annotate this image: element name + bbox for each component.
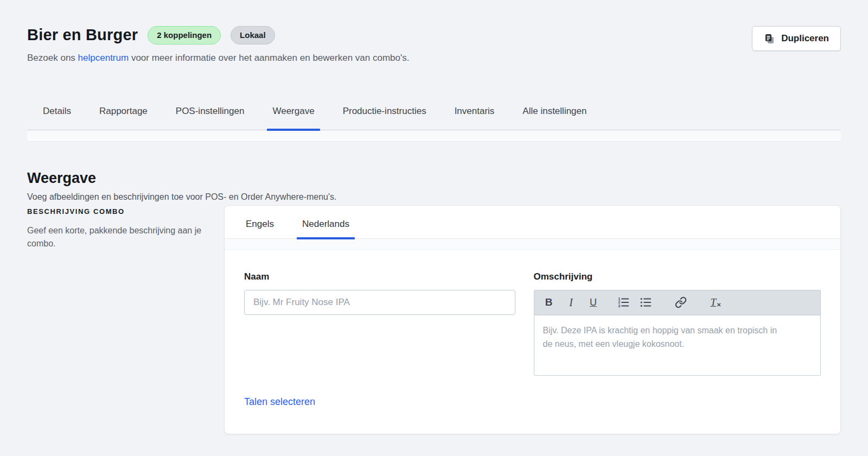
- header-left: Bier en Burger 2 koppelingen Lokaal Bezo…: [27, 26, 409, 64]
- title-row: Bier en Burger 2 koppelingen Lokaal: [27, 26, 409, 45]
- name-label: Naam: [244, 271, 515, 282]
- description-field-group: Omschrijving B I U: [534, 271, 821, 376]
- description-label: Omschrijving: [534, 271, 821, 282]
- unordered-list-icon: [640, 296, 652, 308]
- language-tab-bar: Engels Nederlands: [225, 206, 840, 239]
- unordered-list-button[interactable]: [637, 294, 654, 311]
- tab-sub-strip: [27, 130, 841, 142]
- local-badge: Lokaal: [231, 26, 275, 45]
- clear-formatting-icon: T: [711, 296, 717, 308]
- clear-formatting-x: ✕: [717, 302, 721, 308]
- link-icon: [675, 296, 687, 308]
- tab-weergave[interactable]: Weergave: [271, 106, 315, 130]
- page-title: Bier en Burger: [27, 26, 138, 44]
- section-heading: Weergave: [27, 170, 841, 187]
- tab-details[interactable]: Details: [42, 106, 72, 130]
- rich-text-editor: B I U: [534, 290, 821, 376]
- clear-formatting-button[interactable]: T ✕: [708, 294, 724, 311]
- select-languages-link[interactable]: Talen selecteren: [244, 396, 315, 408]
- help-prefix: Bezoek ons: [27, 53, 75, 63]
- fields-row: Naam Omschrijving B I U: [244, 271, 821, 376]
- page-header: Bier en Burger 2 koppelingen Lokaal Bezo…: [27, 0, 841, 64]
- underline-button[interactable]: U: [585, 294, 602, 311]
- duplicate-button-label: Dupliceren: [781, 33, 829, 44]
- card-body: Naam Omschrijving B I U: [225, 250, 840, 434]
- main-tab-bar: Details Rapportage POS-instellingen Weer…: [27, 106, 841, 130]
- description-textarea[interactable]: Bijv. Deze IPA is krachtig en hoppig van…: [534, 315, 820, 375]
- description-card: Engels Nederlands Naam Omschrijving B: [224, 205, 841, 434]
- tab-productie-instructies[interactable]: Productie-instructies: [342, 106, 427, 130]
- helpcenter-link[interactable]: helpcentrum: [78, 53, 129, 63]
- help-suffix: voor meer informatie over het aanmaken e…: [131, 53, 410, 63]
- help-line: Bezoek ons helpcentrum voor meer informa…: [27, 53, 409, 64]
- combo-detail-page: Bier en Burger 2 koppelingen Lokaal Bezo…: [0, 0, 868, 434]
- section-description: Voeg afbeeldingen en beschrijvingen toe …: [27, 192, 841, 202]
- ordered-list-icon: 1 2 3: [617, 296, 629, 308]
- name-input[interactable]: [244, 290, 515, 315]
- links-count-badge: 2 koppelingen: [148, 26, 221, 45]
- tab-rapportage[interactable]: Rapportage: [98, 106, 149, 130]
- tab-alle-instellingen[interactable]: Alle instellingen: [521, 106, 588, 130]
- tab-inventaris[interactable]: Inventaris: [454, 106, 496, 130]
- tab-pos-instellingen[interactable]: POS-instellingen: [175, 106, 246, 130]
- description-placeholder: Bijv. Deze IPA is krachtig en hoppig van…: [543, 324, 777, 351]
- duplicate-icon: [764, 33, 775, 45]
- name-field-group: Naam: [244, 271, 515, 315]
- field-group-info: BESCHRIJVING COMBO Geef een korte, pakke…: [27, 205, 224, 250]
- field-group-label: BESCHRIJVING COMBO: [27, 207, 211, 216]
- insert-link-button[interactable]: [673, 294, 689, 311]
- ordered-list-button[interactable]: 1 2 3: [615, 294, 631, 311]
- tab-nederlands[interactable]: Nederlands: [300, 219, 352, 238]
- description-form-row: BESCHRIJVING COMBO Geef een korte, pakke…: [27, 205, 841, 434]
- svg-text:3: 3: [618, 304, 620, 308]
- italic-button[interactable]: I: [563, 294, 579, 311]
- bold-button[interactable]: B: [541, 294, 557, 311]
- card-sub-strip: [225, 239, 840, 250]
- duplicate-button[interactable]: Dupliceren: [752, 26, 841, 51]
- field-group-description: Geef een korte, pakkende beschrijving aa…: [27, 224, 206, 250]
- tab-engels[interactable]: Engels: [244, 219, 276, 238]
- editor-toolbar: B I U: [534, 290, 820, 315]
